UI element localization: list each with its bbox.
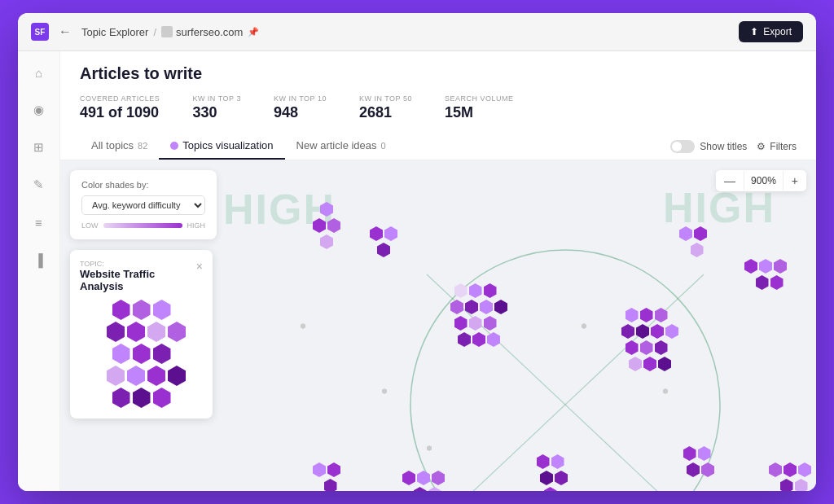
site-favicon [161, 26, 173, 37]
stat-label-top3: KW IN TOP 3 [192, 94, 241, 103]
show-titles-label: Show titles [700, 141, 747, 152]
pin-icon[interactable]: 📌 [248, 27, 259, 37]
zoom-in-button[interactable]: + [784, 170, 806, 191]
map-hex-cluster-r3 [679, 445, 714, 478]
topic-popup-header: TOPIC: Website Traffic Analysis × [80, 260, 203, 292]
close-popup-button[interactable]: × [196, 260, 203, 273]
stat-kw-top50: KW IN TOP 50 2681 [359, 94, 412, 121]
sidebar-item-home[interactable]: ⌂ [28, 61, 50, 84]
map-hex-cluster-r2 [744, 258, 787, 291]
filters-icon: ⚙ [757, 141, 766, 152]
breadcrumb-site: surferseo.com [161, 26, 243, 38]
stat-search-volume: SEARCH VOLUME 15M [445, 94, 514, 121]
stat-value-top50: 2681 [359, 104, 412, 121]
toggle-switch[interactable] [670, 140, 695, 153]
color-shade-select[interactable]: Avg. keyword difficulty [81, 195, 205, 215]
tabs-row: All topics 82 Topics visualization New a… [80, 133, 797, 160]
content-area: Articles to write COVERED ARTICLES 491 o… [60, 51, 816, 491]
browser-window: SF ← Topic Explorer / surferseo.com 📌 ⬆ … [18, 13, 816, 491]
topic-popup: TOPIC: Website Traffic Analysis × [70, 250, 213, 419]
map-area[interactable]: HIGH HIGH Color shades by: Avg. keyword … [60, 160, 816, 491]
stat-label-covered: COVERED ARTICLES [80, 94, 160, 103]
breadcrumb-sep: / [153, 26, 156, 38]
map-hex-cluster-right [614, 307, 678, 372]
stat-label-volume: SEARCH VOLUME [445, 94, 514, 103]
breadcrumb: Topic Explorer / surferseo.com 📌 [81, 26, 259, 38]
show-titles-toggle[interactable]: Show titles [670, 140, 747, 153]
stat-value-volume: 15M [445, 104, 514, 121]
zoom-value: 900% [744, 171, 784, 191]
tab-topics-visualization[interactable]: Topics visualization [159, 133, 284, 160]
main-layout: ⌂ ◉ ⊞ ✎ ≡ ▐ Articles to write COVERED AR… [18, 51, 816, 491]
tab-dot [170, 142, 178, 150]
browser-bar: SF ← Topic Explorer / surferseo.com 📌 ⬆ … [18, 13, 816, 51]
map-dot-3 [582, 323, 586, 329]
export-button[interactable]: ⬆ Export [739, 21, 803, 42]
back-button[interactable]: ← [59, 24, 72, 39]
map-hex-cluster-r1 [679, 226, 707, 258]
stats-row: COVERED ARTICLES 491 of 1090 KW IN TOP 3… [80, 94, 797, 121]
sidebar-item-globe[interactable]: ◉ [28, 99, 50, 121]
export-icon: ⬆ [750, 26, 758, 37]
zoom-out-button[interactable]: — [716, 170, 744, 191]
map-dot-5 [427, 445, 432, 451]
topic-popup-info: TOPIC: Website Traffic Analysis [80, 260, 196, 292]
app-logo: SF [31, 23, 49, 41]
scale-low: LOW [81, 221, 99, 230]
stat-label-top10: KW IN TOP 10 [274, 94, 327, 103]
sidebar-item-list[interactable]: ≡ [28, 211, 50, 234]
scale-high: HIGH [187, 221, 206, 230]
tabs-right: Show titles ⚙ Filters [670, 140, 797, 153]
map-hex-cluster-2 [370, 226, 397, 258]
map-hex-cluster-r4 [769, 462, 811, 491]
color-panel-title: Color shades by: [81, 180, 205, 190]
stat-kw-top3: KW IN TOP 3 330 [192, 94, 241, 121]
content-header: Articles to write COVERED ARTICLES 491 o… [60, 51, 816, 160]
map-hex-cluster-center [443, 283, 507, 348]
page-title: Articles to write [80, 64, 797, 83]
color-panel: Color shades by: Avg. keyword difficulty… [70, 170, 217, 239]
map-dot-1 [301, 323, 305, 329]
stat-covered-articles: COVERED ARTICLES 491 of 1090 [80, 94, 160, 121]
map-hex-cluster-1 [313, 201, 340, 250]
breadcrumb-app: Topic Explorer [81, 26, 148, 38]
color-scale: LOW HIGH [81, 221, 205, 230]
map-dot-2 [382, 388, 387, 394]
sidebar-item-edit[interactable]: ✎ [28, 173, 50, 196]
sidebar-item-chart[interactable]: ▐ [28, 248, 50, 271]
stat-label-top50: KW IN TOP 50 [359, 94, 412, 103]
tab-all-topics[interactable]: All topics 82 [80, 133, 159, 160]
map-hex-cluster-bot2 [402, 470, 445, 491]
topic-name: Website Traffic Analysis [80, 268, 196, 292]
stat-value-top10: 948 [274, 104, 327, 121]
scale-bar [103, 223, 182, 228]
popup-hex-cluster [80, 299, 203, 409]
sidebar-item-grid[interactable]: ⊞ [28, 136, 50, 159]
map-hex-cluster-bot1 [313, 462, 340, 491]
map-dot-4 [663, 388, 668, 394]
zoom-control: — 900% + [716, 170, 806, 191]
stat-value-covered: 491 of 1090 [80, 104, 160, 121]
sidebar: ⌂ ◉ ⊞ ✎ ≡ ▐ [18, 51, 60, 491]
stat-value-top3: 330 [192, 104, 241, 121]
stat-kw-top10: KW IN TOP 10 948 [274, 94, 327, 121]
topic-label: TOPIC: [80, 260, 196, 268]
filters-button[interactable]: ⚙ Filters [757, 141, 797, 152]
tab-new-article-ideas[interactable]: New article ideas 0 [285, 133, 397, 160]
map-hex-cluster-bot3 [533, 454, 568, 491]
